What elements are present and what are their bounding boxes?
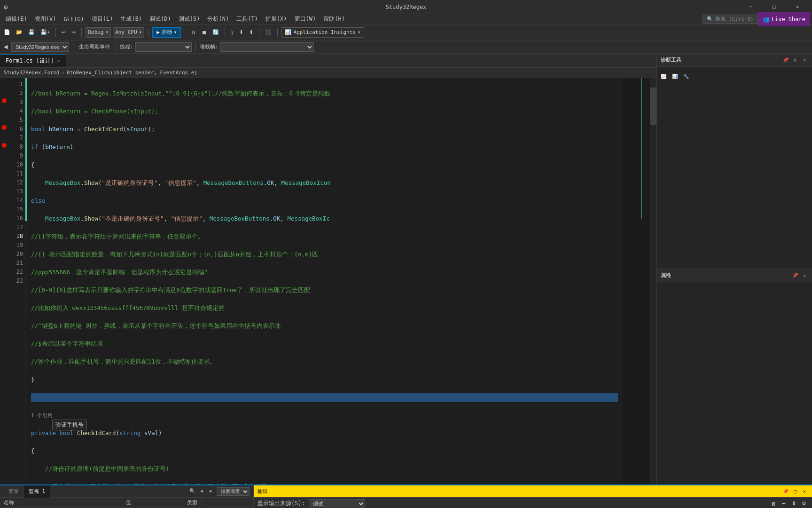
editor-scrollbar[interactable]: [650, 78, 656, 484]
separator-6: [259, 28, 259, 37]
editor-panel: Form1.cs [设计] ✕ Study32Regex.Form1 › Btn…: [0, 54, 657, 484]
menu-build[interactable]: 生成(B): [117, 14, 146, 24]
live-share-button[interactable]: 👥 Live Share: [758, 12, 810, 26]
live-share-icon: 👥: [763, 16, 770, 23]
diag-btn-2[interactable]: 📊: [670, 71, 679, 82]
insights-icon: 📊: [285, 29, 291, 35]
output-wrap-button[interactable]: ↵: [780, 498, 788, 508]
diagnostics-close-icon[interactable]: ✕: [801, 56, 808, 64]
menu-debug[interactable]: 调试(D): [146, 14, 175, 24]
output-maximize-icon[interactable]: □: [791, 488, 799, 495]
properties-panel-header: 属性 📌 ✕: [657, 269, 812, 282]
toolbar-main: 📄 📂 💾 💾+ ↩ ↪ Debug ▾ Any CPU ▾ ▶ 启动 ▾ ⏸ …: [0, 24, 812, 40]
output-settings-button[interactable]: ⚙: [800, 498, 808, 508]
left-bottom-panel: 变量 监视 1 🔍 ◀ ▶ 搜索深度 名称 值 类型: [0, 485, 254, 508]
watch-search-icon[interactable]: 🔍: [188, 487, 196, 495]
separator-10: [195, 42, 196, 52]
breakpoint-button[interactable]: ⬛: [263, 27, 273, 38]
lifecycle-button[interactable]: 生命周期事件: [77, 41, 112, 53]
output-clear-button[interactable]: 🗑: [769, 498, 778, 508]
menu-test[interactable]: 测试(S): [175, 14, 204, 24]
right-panel: 诊断工具 📌 ⚙ ✕ 📈 📊 🔧 属性 📌: [657, 54, 812, 484]
diagnostics-settings-icon[interactable]: ⚙: [791, 56, 799, 64]
code-content[interactable]: //bool bReturn = Regex.IsMatch(sInput,"^…: [27, 78, 622, 484]
tab-close-icon[interactable]: ✕: [57, 58, 60, 64]
code-area[interactable]: 1 2 3 4 5 6 7 8 9 10 11 12 13 14 15 16 1…: [0, 78, 656, 484]
output-scroll-button[interactable]: ⬇: [790, 498, 798, 508]
properties-panel-icons: 📌 ✕: [791, 272, 808, 279]
app-insights-button[interactable]: 📊 Application Insights ▾: [281, 27, 364, 38]
tab-bar: Form1.cs [设计] ✕: [0, 54, 656, 68]
step-into-button[interactable]: ⬇: [237, 27, 245, 38]
start-button[interactable]: ▶ 启动 ▾: [152, 27, 181, 38]
menu-bar: 编辑(E) 视图(V) Git(G) 项目(L) 生成(B) 调试(D) 测试(…: [0, 14, 812, 24]
breakpoint-indicator-3: [2, 143, 7, 148]
menu-analyze[interactable]: 分析(N): [203, 14, 233, 24]
menu-extend[interactable]: 扩展(X): [262, 14, 291, 24]
separator-3: [148, 28, 148, 37]
watch-nav-fwd-icon[interactable]: ▶: [207, 487, 215, 495]
open-button[interactable]: 📂: [14, 27, 24, 38]
diag-btn-3[interactable]: 🔧: [681, 71, 691, 82]
menu-window[interactable]: 窗口(W): [291, 14, 320, 24]
restart-button[interactable]: 🔄: [211, 27, 221, 38]
process-select[interactable]: Study32Regex.exe: [11, 42, 69, 52]
menu-git[interactable]: Git(G): [60, 14, 87, 24]
col-name-header: 名称: [0, 499, 122, 506]
pause-button[interactable]: ⏸: [189, 27, 198, 38]
props-close-icon[interactable]: ✕: [801, 272, 808, 279]
watch-depth-select[interactable]: 搜索深度: [217, 487, 250, 496]
app-icon: ⚙: [4, 3, 8, 11]
stop-button[interactable]: ⏹: [200, 27, 209, 38]
menu-project[interactable]: 项目(L): [88, 14, 117, 24]
save-button[interactable]: 💾: [26, 27, 37, 38]
nav-back-button[interactable]: ◀: [2, 41, 9, 53]
menu-edit[interactable]: 编辑(E): [2, 14, 31, 24]
callstack-select[interactable]: [220, 42, 314, 52]
menu-view[interactable]: 视图(V): [31, 14, 60, 24]
debug-mode-dropdown[interactable]: Debug ▾: [86, 27, 111, 38]
cpu-dropdown[interactable]: Any CPU ▾: [113, 27, 144, 38]
line-numbers: 1 2 3 4 5 6 7 8 9 10 11 12 13 14 15 16 1…: [8, 78, 25, 484]
main-area: Form1.cs [设计] ✕ Study32Regex.Form1 › Btn…: [0, 54, 812, 484]
step-out-button[interactable]: ⬆: [247, 27, 255, 38]
thread-select[interactable]: [135, 42, 192, 52]
bottom-left-icons: 🔍 ◀ ▶ 搜索深度: [188, 487, 250, 496]
output-source-select[interactable]: 调试: [309, 499, 365, 508]
watch-nav-back-icon[interactable]: ◀: [198, 487, 205, 495]
diag-btn-1[interactable]: 📈: [659, 71, 668, 82]
col-value-header: 值: [122, 499, 183, 506]
diagnostics-pin-icon[interactable]: 📌: [782, 56, 789, 64]
breakpoint-indicator: [2, 98, 7, 103]
output-title: 输出: [258, 488, 268, 495]
bottom-tab-watch[interactable]: 监视 1: [24, 485, 50, 498]
undo-button[interactable]: ↩: [60, 27, 68, 38]
diagnostics-content: 📈 📊 🔧: [657, 67, 812, 269]
output-source-label: 显示输出来源(S):: [258, 500, 305, 508]
step-over-button[interactable]: ⤵: [229, 27, 235, 38]
output-header: 输出 📌 □ ✕: [254, 485, 812, 498]
form-class-breadcrumb: Study32Regex.Form1: [4, 70, 60, 76]
gutter: [0, 78, 8, 484]
insights-arrow-icon: ▾: [358, 29, 361, 35]
output-close-icon[interactable]: ✕: [801, 488, 808, 495]
menu-tools[interactable]: 工具(T): [233, 14, 262, 24]
output-pin-icon[interactable]: 📌: [782, 488, 789, 495]
search-bar[interactable]: 🔍 搜索 (Ctrl+Q): [703, 15, 758, 24]
separator-9: [116, 42, 116, 52]
save-all-button[interactable]: 💾+: [39, 27, 52, 38]
menu-help[interactable]: 帮助(H): [320, 14, 349, 24]
cpu-arrow-icon: ▾: [139, 29, 142, 35]
redo-button[interactable]: ↪: [70, 27, 78, 38]
separator-5: [225, 28, 225, 37]
diagnostics-toolbar: 📈 📊 🔧: [659, 69, 810, 84]
output-header-icons: 📌 □ ✕: [782, 488, 808, 495]
tab-form1-design[interactable]: Form1.cs [设计] ✕: [0, 54, 66, 67]
new-project-button[interactable]: 📄: [2, 27, 12, 38]
breadcrumb: Study32Regex.Form1 › BtnRegex_Click(obje…: [0, 68, 656, 78]
breakpoint-indicator-2: [2, 125, 7, 130]
separator-1: [55, 28, 56, 37]
bottom-left-header: 变量 监视 1 🔍 ◀ ▶ 搜索深度: [0, 485, 253, 498]
bottom-tab-variables[interactable]: 变量: [4, 485, 24, 498]
props-pin-icon[interactable]: 📌: [791, 272, 799, 279]
